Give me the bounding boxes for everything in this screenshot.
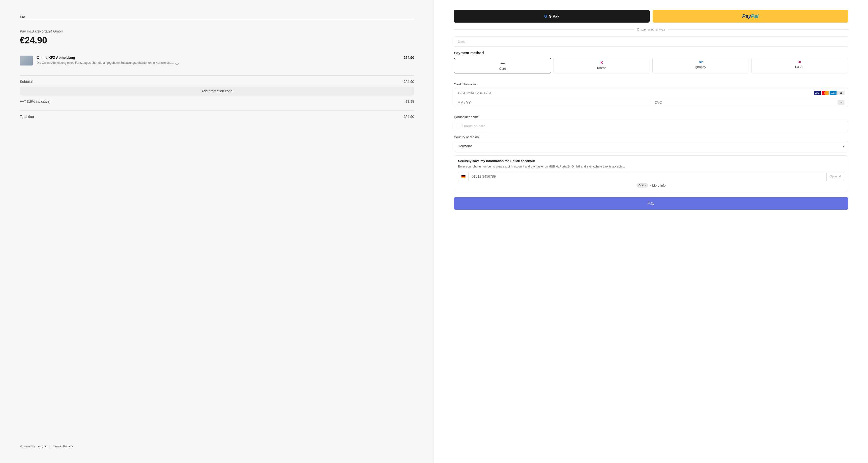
- or-text: Or pay another way: [637, 28, 665, 31]
- diners-icon: ◉: [838, 91, 844, 95]
- tab-ideal[interactable]: iD iDEAL: [751, 58, 848, 74]
- right-panel: G G Pay PayPal Or pay another way Paymen…: [434, 0, 868, 463]
- link-save-title: Securely save my information for 1-click…: [458, 159, 844, 163]
- link-save-box: Securely save my information for 1-click…: [454, 155, 848, 191]
- logo: kfz: [20, 15, 414, 19]
- or-line-left: [454, 29, 634, 30]
- email-group: [454, 36, 848, 47]
- phone-input[interactable]: [469, 172, 826, 181]
- tab-giropay[interactable]: GP giropay: [652, 58, 749, 74]
- link-info-row: ⟳ link • More info: [458, 183, 844, 187]
- ideal-tab-icon: iD: [798, 61, 801, 63]
- tab-klarna[interactable]: K Klarna: [553, 58, 650, 74]
- tab-card[interactable]: ▬ Card: [454, 58, 551, 74]
- amount: €24.90: [20, 35, 414, 46]
- paypal-label: PayPal: [742, 13, 758, 19]
- dot-separator: •: [650, 183, 651, 187]
- pay-button[interactable]: Pay: [454, 197, 848, 210]
- phone-input-row: 🇩🇪 Optional: [458, 172, 844, 181]
- card-tab-label: Card: [499, 67, 506, 70]
- phone-flag: 🇩🇪: [458, 172, 469, 181]
- link-save-desc: Enter your phone number to create a Link…: [458, 164, 844, 169]
- vat-row: VAT (19% inclusive) €3.98: [20, 99, 414, 104]
- payment-method-label: Payment method: [454, 51, 848, 55]
- amex-icon: AMEX: [830, 91, 837, 95]
- card-info-group: Card information VISA AMEX ◉ ⊡: [454, 82, 848, 111]
- more-info-link[interactable]: More info: [652, 183, 665, 187]
- ideal-tab-label: iDEAL: [795, 65, 804, 69]
- gpay-button[interactable]: G G Pay: [454, 10, 650, 23]
- email-input[interactable]: [454, 36, 848, 47]
- card-expiry-cvc: ⊡: [454, 98, 848, 107]
- promo-button[interactable]: Add promotion code: [20, 87, 414, 95]
- country-select[interactable]: Germany Austria Switzerland United State…: [454, 141, 848, 151]
- card-brands: VISA AMEX ◉: [814, 91, 844, 95]
- paypal-button[interactable]: PayPal: [653, 10, 848, 23]
- product-image: [20, 56, 33, 65]
- card-tab-icon: ▬: [501, 61, 505, 65]
- klarna-tab-icon: K: [600, 61, 603, 64]
- footer-separator: |: [49, 445, 50, 448]
- cardholder-group: Cardholder name: [454, 115, 848, 131]
- or-line-right: [668, 29, 848, 30]
- country-label: Country or region: [454, 135, 848, 139]
- payment-method-group: Payment method ▬ Card K Klarna GP giropa…: [454, 51, 848, 79]
- cvc-input[interactable]: [655, 100, 838, 105]
- g-icon: G: [544, 14, 547, 19]
- card-number-row: VISA AMEX ◉: [454, 88, 848, 98]
- country-select-wrapper: Germany Austria Switzerland United State…: [454, 141, 848, 151]
- total-row: Total due €24.90: [20, 115, 414, 119]
- visa-icon: VISA: [814, 91, 821, 95]
- privacy-link[interactable]: Privacy: [63, 445, 73, 448]
- left-panel: kfz Pay H&B kfzPortal24 GmbH €24.90 Onli…: [0, 0, 434, 463]
- product-info: Online KFZ Abmeldung €24.90 Die Online A…: [37, 56, 414, 65]
- expand-icon[interactable]: [175, 61, 179, 65]
- optional-label: Optional: [826, 172, 844, 181]
- giropay-tab-label: giropay: [695, 65, 706, 69]
- footer: Powered by stripe | Terms Privacy: [20, 434, 414, 448]
- divider-2: [20, 110, 414, 111]
- merchant-name: Pay H&B kfzPortal24 GmbH: [20, 29, 414, 33]
- powered-by-text: Powered by: [20, 445, 35, 448]
- expiry-input[interactable]: [454, 98, 651, 107]
- gpay-label: G Pay: [549, 14, 559, 18]
- card-info-label: Card information: [454, 82, 848, 86]
- stripe-logo: stripe: [37, 444, 46, 448]
- link-badge: ⟳ link: [637, 183, 648, 187]
- payment-tabs: ▬ Card K Klarna GP giropay iD iDEAL: [454, 58, 848, 74]
- klarna-tab-label: Klarna: [597, 66, 607, 70]
- cvc-row: ⊡: [651, 98, 848, 107]
- subtotal-row: Subtotal €24.90: [20, 80, 414, 84]
- payment-buttons: G G Pay PayPal: [454, 10, 848, 23]
- cvc-icon: ⊡: [838, 100, 844, 105]
- or-divider: Or pay another way: [454, 28, 848, 31]
- terms-link[interactable]: Terms: [53, 445, 61, 448]
- product-desc: Die Online Abmeldung eines Fahrzeuges üb…: [37, 61, 414, 65]
- card-number-input[interactable]: [458, 91, 814, 95]
- cardholder-input[interactable]: [454, 121, 848, 131]
- link-icon: ⟳: [639, 183, 641, 187]
- card-info-box: VISA AMEX ◉ ⊡: [454, 88, 848, 107]
- product-name: Online KFZ Abmeldung €24.90: [37, 56, 414, 60]
- product-row: Online KFZ Abmeldung €24.90 Die Online A…: [20, 56, 414, 65]
- giropay-tab-icon: GP: [699, 61, 703, 63]
- country-group: Country or region Germany Austria Switze…: [454, 135, 848, 151]
- mastercard-icon: [822, 91, 829, 95]
- cardholder-label: Cardholder name: [454, 115, 848, 119]
